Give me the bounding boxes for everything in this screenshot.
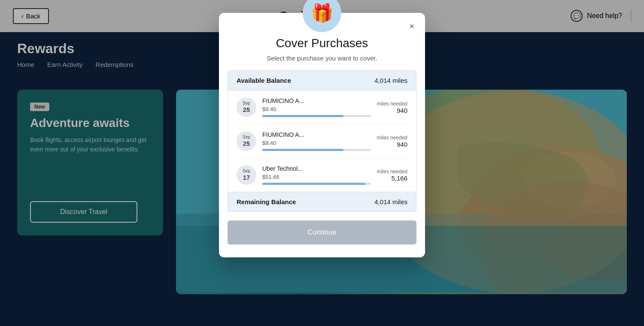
miles-needed-2: miles needed 940 [377,135,407,148]
transaction-row[interactable]: Sep 25 FIUMICINO A... $9.40 miles needed… [237,91,407,124]
transaction-info-3: Uber Technol... $51.66 [262,165,371,185]
transaction-row[interactable]: Sep 25 FIUMICINO A... $9.40 miles needed… [237,124,407,158]
modal-overlay: 🎁 × Cover Purchases Select the purchase … [0,0,644,326]
day-3: 17 [243,174,250,181]
miles-needed-3: miles needed 5,166 [377,169,407,182]
available-balance-label: Available Balance [237,77,291,84]
transaction-name-2: FIUMICINO A... [262,131,371,138]
modal-close-button[interactable]: × [405,19,419,33]
date-badge-1: Sep 25 [237,97,256,117]
miles-needed-1: miles needed 940 [377,101,407,114]
day-2: 25 [243,140,250,148]
progress-bar-1 [262,115,343,117]
miles-label-3: miles needed [377,169,407,175]
modal-subtitle: Select the purchase you want to cover. [219,54,425,70]
miles-label-1: miles needed [377,101,407,107]
cover-purchases-modal: 🎁 × Cover Purchases Select the purchase … [219,13,425,257]
available-balance-row: Available Balance 4,014 miles [228,70,416,91]
transaction-info-2: FIUMICINO A... $9.40 [262,131,371,151]
day-1: 25 [243,106,250,114]
transaction-row[interactable]: Sep 17 Uber Technol... $51.66 miles need… [237,158,407,192]
transaction-amount-2: $9.40 [262,140,371,146]
progress-bar-container-1 [262,115,371,117]
transaction-amount-1: $9.40 [262,106,371,112]
miles-label-2: miles needed [377,135,407,141]
date-badge-2: Sep 25 [237,131,256,151]
available-balance-value: 4,014 miles [374,77,407,84]
progress-bar-3 [262,183,365,185]
remaining-balance-label: Remaining Balance [237,198,296,205]
transaction-amount-3: $51.66 [262,174,371,180]
month-3: Sep [243,169,250,174]
miles-value-2: 940 [377,141,407,148]
month-2: Sep [243,135,250,140]
continue-button[interactable]: Continue [228,220,416,244]
transaction-name-1: FIUMICINO A... [262,97,371,104]
progress-bar-container-3 [262,183,371,185]
miles-value-3: 5,166 [377,175,407,182]
miles-value-1: 940 [377,107,407,114]
transaction-info-1: FIUMICINO A... $9.40 [262,97,371,117]
remaining-balance-row: Remaining Balance 4,014 miles [228,192,416,212]
transactions-list: Sep 25 FIUMICINO A... $9.40 miles needed… [228,91,416,192]
progress-bar-2 [262,149,343,151]
month-1: Sep [243,101,250,106]
progress-bar-container-2 [262,149,371,151]
transaction-name-3: Uber Technol... [262,165,371,172]
date-badge-3: Sep 17 [237,165,256,185]
remaining-balance-value: 4,014 miles [374,198,407,205]
